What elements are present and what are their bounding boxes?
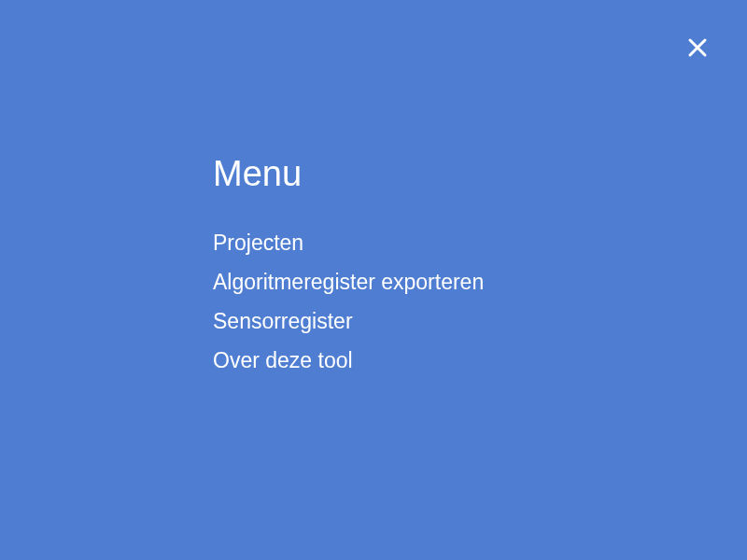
close-button[interactable] — [684, 35, 712, 63]
menu-item-sensorregister[interactable]: Sensorregister — [213, 308, 484, 336]
menu-item-algoritmeregister-exporteren[interactable]: Algoritmeregister exporteren — [213, 269, 484, 297]
menu-item-label: Projecten — [213, 231, 303, 255]
menu-title: Menu — [213, 154, 484, 194]
menu-item-label: Sensorregister — [213, 309, 353, 333]
menu-item-projecten[interactable]: Projecten — [213, 230, 484, 258]
menu-item-over-deze-tool[interactable]: Over deze tool — [213, 347, 484, 375]
menu-item-label: Over deze tool — [213, 348, 353, 372]
menu-item-label: Algoritmeregister exporteren — [213, 270, 484, 294]
close-icon — [686, 36, 709, 63]
menu-nav: Projecten Algoritmeregister exporteren S… — [213, 230, 484, 375]
menu-panel: Menu Projecten Algoritmeregister exporte… — [213, 154, 484, 375]
